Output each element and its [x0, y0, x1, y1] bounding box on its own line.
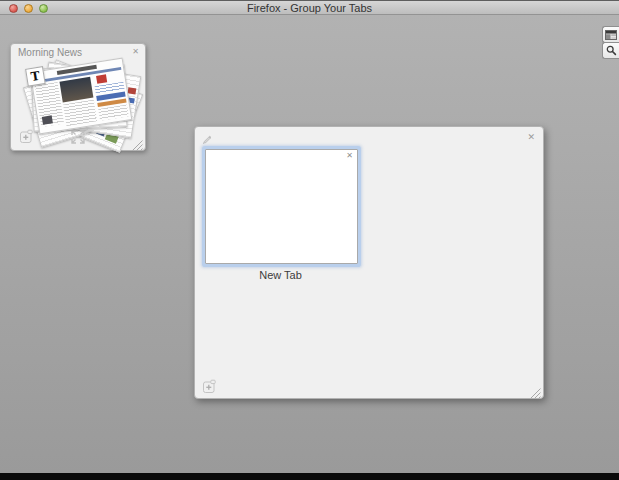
- group-resize-handle[interactable]: [530, 385, 541, 396]
- newspaper-photo: [59, 77, 93, 103]
- new-tab-in-group-button[interactable]: [202, 379, 217, 394]
- expand-stack-button[interactable]: [70, 129, 86, 145]
- panorama-side-toolbar: [602, 26, 619, 59]
- newspaper-small-photo: [42, 115, 53, 124]
- panorama-canvas: Morning News ✕: [0, 15, 619, 473]
- new-tab-in-group-button[interactable]: [19, 129, 34, 144]
- group-close-button[interactable]: ✕: [132, 48, 139, 56]
- tab-close-button[interactable]: ✕: [346, 152, 353, 160]
- screen-bottom-bar: [0, 473, 619, 480]
- exit-panorama-button[interactable]: [602, 26, 619, 43]
- window-zoom-button[interactable]: [39, 4, 48, 13]
- window-minimize-button[interactable]: [24, 4, 33, 13]
- site-favicon: T: [25, 66, 46, 87]
- window-title: Firefox - Group Your Tabs: [60, 1, 559, 15]
- newspaper-text-column: [63, 100, 97, 127]
- newspaper-ad-box: [96, 74, 107, 83]
- newspaper-text-column: [98, 104, 129, 120]
- tab-thumbnail: ✕: [205, 149, 358, 264]
- group-title[interactable]: Morning News: [18, 47, 82, 58]
- group-close-button[interactable]: ✕: [527, 133, 535, 141]
- tab-group-morning-news[interactable]: Morning News ✕: [10, 43, 146, 151]
- traffic-lights: [9, 4, 48, 13]
- group-resize-handle[interactable]: [132, 137, 143, 148]
- window-titlebar: Firefox - Group Your Tabs: [0, 0, 619, 15]
- search-tabs-button[interactable]: [602, 42, 619, 59]
- window-close-button[interactable]: [9, 4, 18, 13]
- tab-title-label: New Tab: [201, 269, 360, 281]
- tab-group-untitled[interactable]: ✕ ✕ New Tab: [194, 126, 544, 399]
- edit-group-title-icon[interactable]: [200, 131, 212, 143]
- search-icon: [606, 42, 617, 60]
